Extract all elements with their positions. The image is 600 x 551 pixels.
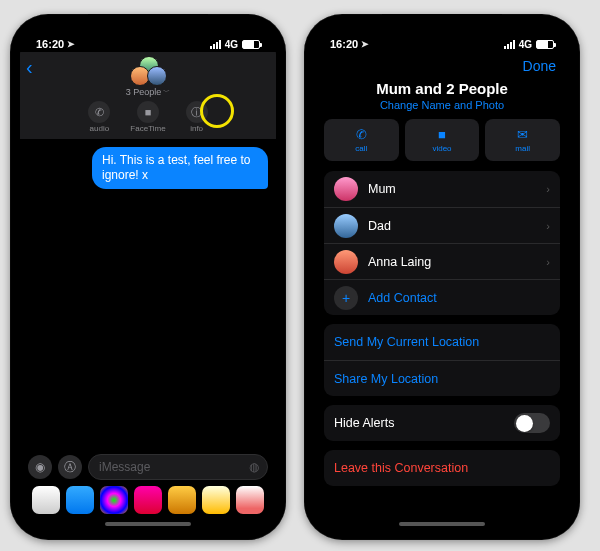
share-location-row[interactable]: Share My Location — [324, 360, 560, 396]
group-title: Mum and 2 People — [324, 80, 560, 97]
action-mail-label: mail — [515, 144, 530, 153]
header-info-label: info — [190, 124, 203, 133]
action-video-label: video — [432, 144, 451, 153]
battery-icon — [242, 40, 260, 49]
member-row-anna[interactable]: Anna Laing › — [324, 243, 560, 279]
screen-details: 16:20 ➤ 4G Done Mum and 2 People Change … — [314, 24, 570, 530]
network-label: 4G — [519, 39, 532, 50]
cellular-signal-icon — [210, 40, 221, 49]
member-name: Mum — [368, 182, 396, 196]
location-actions: Send My Current Location Share My Locati… — [324, 324, 560, 396]
location-services-icon: ➤ — [67, 39, 75, 49]
chevron-down-icon: ﹀ — [163, 87, 170, 97]
group-details-sheet: Done Mum and 2 People Change Name and Ph… — [314, 52, 570, 530]
header-facetime-label: FaceTime — [130, 124, 165, 133]
battery-icon — [536, 40, 554, 49]
video-icon: ■ — [137, 101, 159, 123]
messages-area[interactable]: Hi. This is a test, feel free to ignore!… — [20, 139, 276, 197]
dock-app-6[interactable] — [202, 486, 230, 514]
action-call[interactable]: ✆ call — [324, 119, 399, 161]
screen-messages: 16:20 ➤ 4G ‹ 3 People ﹀ — [20, 24, 276, 530]
header-info-button[interactable]: ⓘ info — [186, 101, 208, 133]
mail-icon: ✉ — [517, 127, 528, 142]
camera-button[interactable]: ◉ — [28, 455, 52, 479]
header-audio-button[interactable]: ✆ audio — [88, 101, 110, 133]
dock-app-memoji[interactable] — [168, 486, 196, 514]
members-list: Mum › Dad › Anna Laing › + Add Contact — [324, 171, 560, 315]
add-contact-row[interactable]: + Add Contact — [324, 279, 560, 315]
location-services-icon: ➤ — [361, 39, 369, 49]
send-location-label: Send My Current Location — [334, 335, 479, 349]
avatar-icon — [334, 177, 358, 201]
hide-alerts-toggle[interactable] — [514, 413, 550, 433]
message-input[interactable]: iMessage ◍ — [88, 454, 268, 480]
group-name-row[interactable]: 3 People ﹀ — [28, 87, 268, 97]
hide-alerts-row: Hide Alerts — [324, 405, 560, 441]
notch — [382, 14, 502, 34]
phone-right: 16:20 ➤ 4G Done Mum and 2 People Change … — [304, 14, 580, 540]
hide-alerts-label: Hide Alerts — [334, 416, 394, 430]
alerts-card: Hide Alerts — [324, 405, 560, 441]
info-icon: ⓘ — [186, 101, 208, 123]
leave-conversation-label: Leave this Conversation — [334, 461, 468, 475]
action-mail[interactable]: ✉ mail — [485, 119, 560, 161]
quick-actions-row: ✆ call ■ video ✉ mail — [324, 119, 560, 161]
app-store-button[interactable]: Ⓐ — [58, 455, 82, 479]
add-contact-label: Add Contact — [368, 291, 437, 305]
dock-app-photos[interactable] — [32, 486, 60, 514]
status-time: 16:20 — [36, 38, 64, 50]
dock-app-store[interactable] — [66, 486, 94, 514]
avatar-icon — [147, 66, 167, 86]
dock-app-music[interactable] — [236, 486, 264, 514]
phone-icon: ✆ — [356, 127, 367, 142]
leave-card: Leave this Conversation — [324, 450, 560, 486]
sent-message-bubble[interactable]: Hi. This is a test, feel free to ignore!… — [92, 147, 268, 189]
network-label: 4G — [225, 39, 238, 50]
header-facetime-button[interactable]: ■ FaceTime — [130, 101, 165, 133]
messages-header: ‹ 3 People ﹀ ✆ audio ■ — [20, 52, 276, 139]
group-people-label: 3 People — [126, 87, 162, 97]
cellular-signal-icon — [504, 40, 515, 49]
phone-icon: ✆ — [88, 101, 110, 123]
avatar-icon — [334, 214, 358, 238]
message-input-bar: ◉ Ⓐ iMessage ◍ — [20, 452, 276, 482]
change-name-photo-link[interactable]: Change Name and Photo — [324, 99, 560, 111]
notch — [88, 14, 208, 34]
leave-conversation-row[interactable]: Leave this Conversation — [324, 450, 560, 486]
phone-left: 16:20 ➤ 4G ‹ 3 People ﹀ — [10, 14, 286, 540]
group-avatar-cluster[interactable] — [130, 56, 166, 86]
waveform-icon: ◍ — [249, 460, 259, 474]
dock-app-4[interactable] — [134, 486, 162, 514]
home-indicator[interactable] — [105, 522, 191, 526]
dictation-button[interactable]: ◍ — [245, 458, 263, 476]
plus-icon: + — [334, 286, 358, 310]
chevron-right-icon: › — [546, 220, 550, 232]
message-placeholder: iMessage — [99, 460, 150, 474]
video-icon: ■ — [438, 127, 446, 142]
header-audio-label: audio — [90, 124, 110, 133]
member-name: Dad — [368, 219, 391, 233]
status-time: 16:20 — [330, 38, 358, 50]
member-name: Anna Laing — [368, 255, 431, 269]
chevron-right-icon: › — [546, 183, 550, 195]
share-location-label: Share My Location — [334, 372, 438, 386]
done-button[interactable]: Done — [324, 56, 560, 80]
member-row-mum[interactable]: Mum › — [324, 171, 560, 207]
avatar-icon — [334, 250, 358, 274]
camera-icon: ◉ — [35, 460, 45, 474]
action-call-label: call — [355, 144, 367, 153]
chevron-right-icon: › — [546, 256, 550, 268]
action-video[interactable]: ■ video — [405, 119, 480, 161]
imessage-app-dock — [20, 486, 276, 520]
member-row-dad[interactable]: Dad › — [324, 207, 560, 243]
home-indicator[interactable] — [399, 522, 485, 526]
send-location-row[interactable]: Send My Current Location — [324, 324, 560, 360]
dock-app-3[interactable] — [100, 486, 128, 514]
app-store-icon: Ⓐ — [64, 459, 76, 476]
back-button[interactable]: ‹ — [26, 56, 33, 79]
